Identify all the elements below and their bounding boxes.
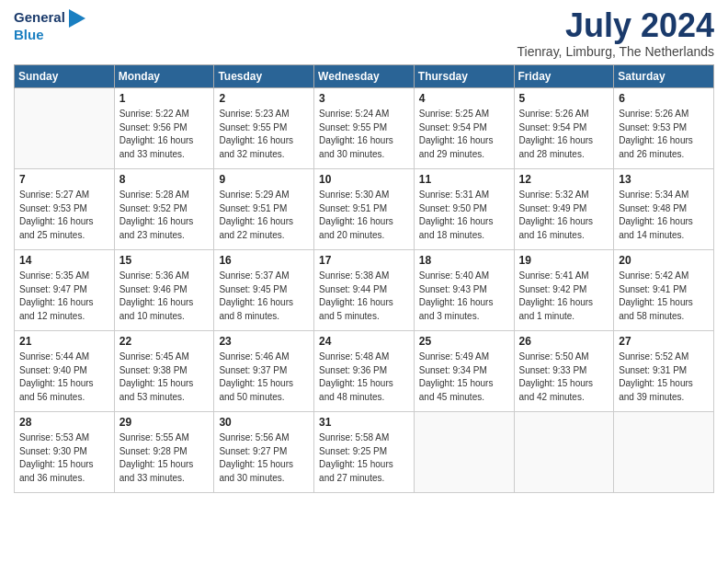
title-block: July 2024 Tienray, Limburg, The Netherla… bbox=[517, 9, 714, 59]
day-info: Sunrise: 5:29 AMSunset: 9:51 PMDaylight:… bbox=[219, 189, 309, 242]
logo-line1: General bbox=[14, 9, 85, 28]
week-row-2: 14Sunrise: 5:35 AMSunset: 9:47 PMDayligh… bbox=[15, 250, 714, 331]
col-header-saturday: Saturday bbox=[614, 65, 714, 88]
day-number: 5 bbox=[519, 92, 609, 105]
day-number: 22 bbox=[119, 335, 210, 348]
col-header-tuesday: Tuesday bbox=[214, 65, 314, 88]
week-row-1: 7Sunrise: 5:27 AMSunset: 9:53 PMDaylight… bbox=[15, 169, 714, 250]
day-info: Sunrise: 5:46 AMSunset: 9:37 PMDaylight:… bbox=[219, 350, 309, 404]
day-info: Sunrise: 5:58 AMSunset: 9:25 PMDaylight:… bbox=[319, 431, 409, 485]
header: General Blue July 2024 Tienray, Limburg,… bbox=[14, 9, 714, 59]
calendar-cell: 13Sunrise: 5:34 AMSunset: 9:48 PMDayligh… bbox=[614, 169, 714, 250]
day-info: Sunrise: 5:24 AMSunset: 9:55 PMDaylight:… bbox=[319, 108, 409, 161]
day-info: Sunrise: 5:40 AMSunset: 9:43 PMDaylight:… bbox=[419, 270, 509, 323]
day-number: 7 bbox=[19, 173, 109, 186]
day-info: Sunrise: 5:26 AMSunset: 9:54 PMDaylight:… bbox=[519, 108, 609, 161]
col-header-friday: Friday bbox=[514, 65, 614, 88]
day-info: Sunrise: 5:35 AMSunset: 9:47 PMDaylight:… bbox=[19, 270, 109, 323]
calendar-cell: 3Sunrise: 5:24 AMSunset: 9:55 PMDaylight… bbox=[314, 88, 415, 169]
day-number: 29 bbox=[119, 416, 210, 429]
day-info: Sunrise: 5:30 AMSunset: 9:51 PMDaylight:… bbox=[319, 189, 409, 242]
calendar-cell: 24Sunrise: 5:48 AMSunset: 9:36 PMDayligh… bbox=[314, 331, 415, 412]
day-info: Sunrise: 5:55 AMSunset: 9:28 PMDaylight:… bbox=[119, 431, 210, 485]
col-header-thursday: Thursday bbox=[414, 65, 514, 88]
calendar-cell: 16Sunrise: 5:37 AMSunset: 9:45 PMDayligh… bbox=[214, 250, 314, 331]
calendar-cell: 20Sunrise: 5:42 AMSunset: 9:41 PMDayligh… bbox=[614, 250, 714, 331]
day-number: 18 bbox=[419, 254, 509, 267]
day-info: Sunrise: 5:52 AMSunset: 9:31 PMDaylight:… bbox=[619, 350, 709, 404]
col-header-monday: Monday bbox=[114, 65, 214, 88]
day-number: 19 bbox=[519, 254, 609, 267]
day-info: Sunrise: 5:32 AMSunset: 9:49 PMDaylight:… bbox=[519, 189, 609, 242]
calendar-cell bbox=[514, 412, 614, 493]
svg-marker-0 bbox=[69, 9, 85, 28]
day-number: 14 bbox=[19, 254, 109, 267]
day-info: Sunrise: 5:50 AMSunset: 9:33 PMDaylight:… bbox=[519, 350, 609, 404]
calendar-cell: 25Sunrise: 5:49 AMSunset: 9:34 PMDayligh… bbox=[414, 331, 514, 412]
day-info: Sunrise: 5:31 AMSunset: 9:50 PMDaylight:… bbox=[419, 189, 509, 242]
day-info: Sunrise: 5:34 AMSunset: 9:48 PMDaylight:… bbox=[619, 189, 709, 242]
week-row-4: 28Sunrise: 5:53 AMSunset: 9:30 PMDayligh… bbox=[15, 412, 714, 493]
day-number: 9 bbox=[219, 173, 309, 186]
calendar-cell: 4Sunrise: 5:25 AMSunset: 9:54 PMDaylight… bbox=[414, 88, 514, 169]
calendar-cell: 15Sunrise: 5:36 AMSunset: 9:46 PMDayligh… bbox=[114, 250, 214, 331]
day-info: Sunrise: 5:44 AMSunset: 9:40 PMDaylight:… bbox=[19, 350, 109, 404]
day-number: 13 bbox=[619, 173, 709, 186]
col-header-sunday: Sunday bbox=[15, 65, 115, 88]
calendar-cell: 22Sunrise: 5:45 AMSunset: 9:38 PMDayligh… bbox=[114, 331, 214, 412]
calendar-cell: 12Sunrise: 5:32 AMSunset: 9:49 PMDayligh… bbox=[514, 169, 614, 250]
calendar-cell: 31Sunrise: 5:58 AMSunset: 9:25 PMDayligh… bbox=[314, 412, 415, 493]
calendar-cell: 27Sunrise: 5:52 AMSunset: 9:31 PMDayligh… bbox=[614, 331, 714, 412]
calendar-cell: 2Sunrise: 5:23 AMSunset: 9:55 PMDaylight… bbox=[214, 88, 314, 169]
calendar-cell: 26Sunrise: 5:50 AMSunset: 9:33 PMDayligh… bbox=[514, 331, 614, 412]
day-info: Sunrise: 5:53 AMSunset: 9:30 PMDaylight:… bbox=[19, 431, 109, 485]
calendar-cell: 6Sunrise: 5:26 AMSunset: 9:53 PMDaylight… bbox=[614, 88, 714, 169]
calendar-cell: 9Sunrise: 5:29 AMSunset: 9:51 PMDaylight… bbox=[214, 169, 314, 250]
day-number: 2 bbox=[219, 92, 309, 105]
calendar-cell: 1Sunrise: 5:22 AMSunset: 9:56 PMDaylight… bbox=[114, 88, 214, 169]
calendar-cell: 5Sunrise: 5:26 AMSunset: 9:54 PMDaylight… bbox=[514, 88, 614, 169]
calendar-cell bbox=[414, 412, 514, 493]
day-info: Sunrise: 5:25 AMSunset: 9:54 PMDaylight:… bbox=[419, 108, 509, 161]
calendar-cell: 8Sunrise: 5:28 AMSunset: 9:52 PMDaylight… bbox=[114, 169, 214, 250]
calendar-cell: 7Sunrise: 5:27 AMSunset: 9:53 PMDaylight… bbox=[15, 169, 115, 250]
calendar-cell: 17Sunrise: 5:38 AMSunset: 9:44 PMDayligh… bbox=[314, 250, 415, 331]
calendar-cell: 23Sunrise: 5:46 AMSunset: 9:37 PMDayligh… bbox=[214, 331, 314, 412]
calendar-cell: 10Sunrise: 5:30 AMSunset: 9:51 PMDayligh… bbox=[314, 169, 415, 250]
day-number: 3 bbox=[319, 92, 409, 105]
calendar-cell: 19Sunrise: 5:41 AMSunset: 9:42 PMDayligh… bbox=[514, 250, 614, 331]
logo-line2: Blue bbox=[14, 28, 85, 43]
day-number: 23 bbox=[219, 335, 309, 348]
day-number: 26 bbox=[519, 335, 609, 348]
day-info: Sunrise: 5:49 AMSunset: 9:34 PMDaylight:… bbox=[419, 350, 509, 404]
calendar-page: General Blue July 2024 Tienray, Limburg,… bbox=[0, 0, 728, 507]
day-info: Sunrise: 5:22 AMSunset: 9:56 PMDaylight:… bbox=[119, 108, 210, 161]
day-number: 4 bbox=[419, 92, 509, 105]
day-number: 21 bbox=[19, 335, 109, 348]
col-header-wednesday: Wednesday bbox=[314, 65, 415, 88]
day-number: 6 bbox=[619, 92, 709, 105]
day-number: 12 bbox=[519, 173, 609, 186]
day-info: Sunrise: 5:28 AMSunset: 9:52 PMDaylight:… bbox=[119, 189, 210, 242]
day-number: 28 bbox=[19, 416, 109, 429]
week-row-0: 1Sunrise: 5:22 AMSunset: 9:56 PMDaylight… bbox=[15, 88, 714, 169]
calendar-cell: 14Sunrise: 5:35 AMSunset: 9:47 PMDayligh… bbox=[15, 250, 115, 331]
day-number: 15 bbox=[119, 254, 210, 267]
day-number: 25 bbox=[419, 335, 509, 348]
day-info: Sunrise: 5:36 AMSunset: 9:46 PMDaylight:… bbox=[119, 270, 210, 323]
day-number: 16 bbox=[219, 254, 309, 267]
month-title: July 2024 bbox=[517, 9, 714, 42]
location: Tienray, Limburg, The Netherlands bbox=[517, 44, 714, 59]
day-number: 31 bbox=[319, 416, 409, 429]
calendar-cell: 18Sunrise: 5:40 AMSunset: 9:43 PMDayligh… bbox=[414, 250, 514, 331]
day-info: Sunrise: 5:27 AMSunset: 9:53 PMDaylight:… bbox=[19, 189, 109, 242]
calendar-cell bbox=[614, 412, 714, 493]
day-number: 10 bbox=[319, 173, 409, 186]
day-info: Sunrise: 5:45 AMSunset: 9:38 PMDaylight:… bbox=[119, 350, 210, 404]
day-info: Sunrise: 5:41 AMSunset: 9:42 PMDaylight:… bbox=[519, 270, 609, 323]
calendar-cell: 30Sunrise: 5:56 AMSunset: 9:27 PMDayligh… bbox=[214, 412, 314, 493]
day-info: Sunrise: 5:42 AMSunset: 9:41 PMDaylight:… bbox=[619, 270, 709, 323]
day-info: Sunrise: 5:48 AMSunset: 9:36 PMDaylight:… bbox=[319, 350, 409, 404]
calendar-table: SundayMondayTuesdayWednesdayThursdayFrid… bbox=[14, 64, 714, 493]
day-number: 20 bbox=[619, 254, 709, 267]
